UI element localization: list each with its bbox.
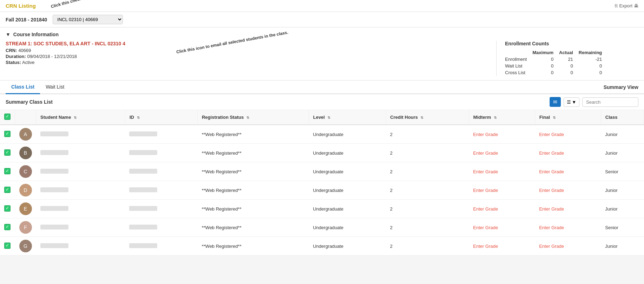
midterm-enter-grade[interactable]: Enter Grade — [473, 132, 498, 137]
credit-hours: 2 — [386, 144, 469, 162]
midterm-enter-grade[interactable]: Enter Grade — [473, 206, 498, 212]
midterm-grade[interactable]: Enter Grade — [469, 125, 535, 144]
tab-class-list[interactable]: Class List — [6, 80, 40, 94]
collapse-icon[interactable]: ▼ — [6, 32, 11, 37]
student-name — [36, 162, 125, 181]
midterm-grade[interactable]: Enter Grade — [469, 162, 535, 181]
row-checkbox-6[interactable] — [4, 224, 11, 230]
final-enter-grade[interactable]: Enter Grade — [539, 244, 564, 249]
status-value: Active — [22, 60, 34, 65]
midterm-grade[interactable]: Enter Grade — [469, 218, 535, 237]
semester-label: Fall 2018 - 201840 — [6, 17, 47, 22]
midterm-header: Midterm ⇅ — [469, 110, 535, 125]
final-grade[interactable]: Enter Grade — [535, 162, 601, 181]
midterm-grade[interactable]: Enter Grade — [469, 144, 535, 162]
midterm-enter-grade[interactable]: Enter Grade — [473, 169, 498, 174]
midterm-sort-icon[interactable]: ⇅ — [494, 116, 497, 120]
credit-hours-sort-icon[interactable]: ⇅ — [420, 116, 423, 120]
avatar-header — [15, 110, 36, 125]
midterm-enter-grade[interactable]: Enter Grade — [473, 244, 498, 249]
student-name — [36, 200, 125, 218]
row-checkbox-5[interactable] — [4, 205, 11, 212]
status-line: Status: Active — [6, 60, 488, 65]
registration-status: **Web Registered** — [198, 125, 309, 144]
midterm-enter-grade[interactable]: Enter Grade — [473, 188, 498, 193]
enroll-row-actual: 0 — [559, 69, 579, 76]
row-checkbox-cell — [0, 181, 15, 200]
avatar: E — [19, 202, 32, 215]
student-id — [125, 218, 197, 237]
enroll-row-max: 0 — [532, 69, 559, 76]
credit-hours: 2 — [386, 125, 469, 144]
midterm-enter-grade[interactable]: Enter Grade — [473, 150, 498, 156]
columns-icon: ☰ — [567, 99, 571, 105]
row-checkbox-cell — [0, 237, 15, 256]
row-checkbox-cell — [0, 200, 15, 218]
student-table: Student Name ⇅ ID ⇅ Registration Status … — [0, 110, 644, 256]
enrollment-title: Enrollment Counts — [505, 41, 638, 46]
final-header: Final ⇅ — [535, 110, 601, 125]
email-button[interactable]: ✉ — [550, 97, 561, 107]
level: Undergraduate — [309, 144, 386, 162]
export-button[interactable]: ⎘ Export 🖶 — [615, 3, 638, 8]
table-header: Student Name ⇅ ID ⇅ Registration Status … — [0, 110, 644, 125]
tabs-left: Class List Wait List — [6, 80, 70, 93]
midterm-grade[interactable]: Enter Grade — [469, 200, 535, 218]
midterm-enter-grade[interactable]: Enter Grade — [473, 225, 498, 230]
final-sort-icon[interactable]: ⇅ — [553, 116, 556, 120]
enroll-row-actual: 0 — [559, 63, 579, 69]
final-enter-grade[interactable]: Enter Grade — [539, 150, 564, 156]
final-grade[interactable]: Enter Grade — [535, 181, 601, 200]
final-enter-grade[interactable]: Enter Grade — [539, 225, 564, 230]
midterm-grade[interactable]: Enter Grade — [469, 181, 535, 200]
reg-status-sort-icon[interactable]: ⇅ — [246, 116, 249, 120]
midterm-grade[interactable]: Enter Grade — [469, 237, 535, 256]
student-name-sort-icon[interactable]: ⇅ — [74, 116, 77, 120]
select-all-checkbox[interactable] — [4, 114, 11, 120]
final-grade[interactable]: Enter Grade — [535, 125, 601, 144]
row-checkbox-1[interactable] — [4, 131, 11, 137]
credit-hours: 2 — [386, 218, 469, 237]
semester-bar: Fall 2018 - 201840 INCL 02310 | 40669 — [0, 12, 644, 27]
final-enter-grade[interactable]: Enter Grade — [539, 132, 564, 137]
avatar-cell: D — [15, 181, 36, 200]
final-grade[interactable]: Enter Grade — [535, 200, 601, 218]
tab-wait-list[interactable]: Wait List — [40, 80, 70, 94]
course-section-body: STREAM 1: SOC STUDIES, ELA ART - INCL 02… — [6, 41, 638, 76]
enrollment-row: Enrollment 0 21 -21 — [505, 56, 608, 63]
level: Undergraduate — [309, 125, 386, 144]
search-input[interactable] — [582, 97, 638, 107]
course-section-title: Course Information — [13, 32, 59, 37]
course-select[interactable]: INCL 02310 | 40669 — [53, 15, 123, 24]
table-row: B **Web Registered** Undergraduate 2 Ent… — [0, 144, 644, 162]
table-row: E **Web Registered** Undergraduate 2 Ent… — [0, 200, 644, 218]
id-header: ID ⇅ — [125, 110, 197, 125]
student-name-header: Student Name ⇅ — [36, 110, 125, 125]
chevron-down-icon: ▼ — [572, 99, 576, 105]
student-id — [125, 181, 197, 200]
avatar: F — [19, 221, 32, 234]
tabs-bar: Class List Wait List Summary View — [0, 80, 644, 94]
id-sort-icon[interactable]: ⇅ — [137, 116, 140, 120]
final-grade[interactable]: Enter Grade — [535, 144, 601, 162]
enroll-col-actual: Actual — [559, 49, 579, 56]
final-grade[interactable]: Enter Grade — [535, 218, 601, 237]
final-enter-grade[interactable]: Enter Grade — [539, 169, 564, 174]
avatar: C — [19, 165, 32, 178]
row-checkbox-3[interactable] — [4, 168, 11, 174]
row-checkbox-7[interactable] — [4, 243, 11, 249]
class-header: Class — [601, 110, 644, 125]
final-enter-grade[interactable]: Enter Grade — [539, 188, 564, 193]
registration-status: **Web Registered** — [198, 162, 309, 181]
avatar-cell: E — [15, 200, 36, 218]
data-table-wrapper: Student Name ⇅ ID ⇅ Registration Status … — [0, 110, 644, 256]
table-row: D **Web Registered** Undergraduate 2 Ent… — [0, 181, 644, 200]
level-sort-icon[interactable]: ⇅ — [327, 116, 330, 120]
student-name — [36, 237, 125, 256]
row-checkbox-4[interactable] — [4, 187, 11, 193]
final-grade[interactable]: Enter Grade — [535, 237, 601, 256]
row-checkbox-2[interactable] — [4, 149, 11, 156]
student-name — [36, 218, 125, 237]
columns-button[interactable]: ☰ ▼ — [564, 97, 579, 107]
final-enter-grade[interactable]: Enter Grade — [539, 206, 564, 212]
